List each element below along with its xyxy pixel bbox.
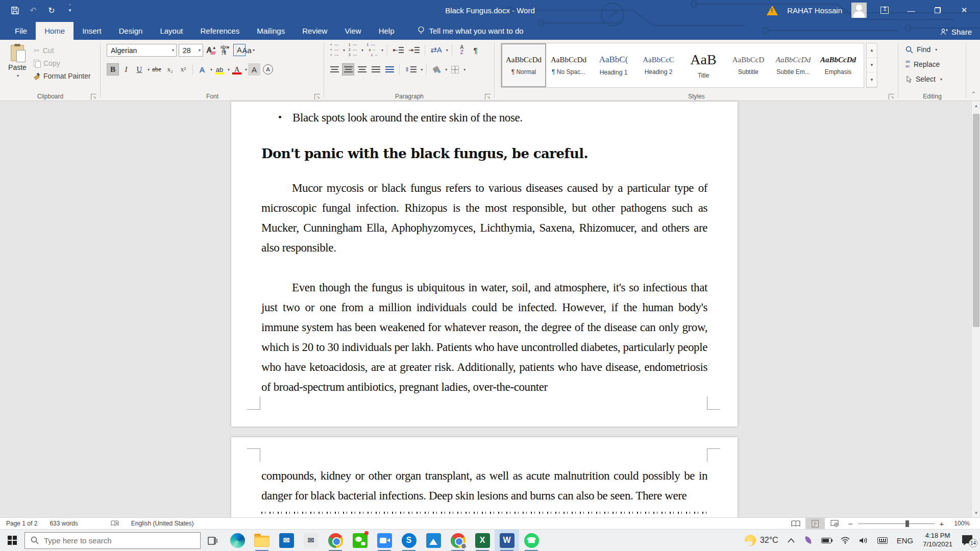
clock[interactable]: 4:18 PM 7/10/2021 <box>918 532 958 549</box>
language-switcher[interactable]: ENG <box>892 530 918 551</box>
borders-dropdown-arrow[interactable]: ▾ <box>463 67 465 72</box>
highlight-dropdown-arrow[interactable]: ▾ <box>228 67 230 72</box>
style-heading-2[interactable]: AaBbCcCHeading 2 <box>636 43 681 87</box>
shading-button[interactable] <box>430 63 443 76</box>
line-spacing-button[interactable]: ⇕ <box>403 63 418 76</box>
increase-indent-button[interactable]: ⇥ <box>407 44 421 56</box>
numbering-dropdown-arrow[interactable]: ▾ <box>361 48 363 53</box>
italic-button[interactable]: I <box>120 63 132 76</box>
find-dropdown-arrow[interactable]: ▾ <box>935 47 937 52</box>
tab-layout[interactable]: Layout <box>151 22 191 40</box>
subscript-button[interactable]: x₂ <box>164 63 176 76</box>
user-name[interactable]: RAHAT Hossain <box>787 6 842 15</box>
print-layout-button[interactable] <box>805 518 825 529</box>
tab-home[interactable]: Home <box>36 22 74 40</box>
volume-tray-icon[interactable] <box>854 530 873 551</box>
battery-tray-icon[interactable] <box>817 530 836 551</box>
style-emphasis[interactable]: AaBbCcDdEmphasis <box>816 43 861 87</box>
word-count[interactable]: 633 words <box>43 520 84 527</box>
restore-button[interactable] <box>929 0 946 20</box>
text-effects-dropdown-arrow[interactable]: ▾ <box>210 67 212 72</box>
find-button[interactable]: Find ▾ <box>905 44 942 55</box>
close-button[interactable]: ✕ <box>955 0 973 20</box>
character-border-button[interactable]: A <box>233 44 246 56</box>
tab-review[interactable]: Review <box>293 22 336 40</box>
share-button[interactable]: Share <box>940 28 972 36</box>
read-mode-button[interactable] <box>786 518 805 529</box>
enclose-characters-button[interactable]: A <box>261 63 275 76</box>
font-dialog-launcher-icon[interactable]: ↘ <box>314 94 320 99</box>
tab-file[interactable]: File <box>6 22 36 40</box>
bullets-dropdown-arrow[interactable]: ▾ <box>343 48 345 53</box>
superscript-button[interactable]: x² <box>177 63 189 76</box>
paragraph-dialog-launcher-icon[interactable]: ↘ <box>485 94 491 99</box>
tab-help[interactable]: Help <box>370 22 403 40</box>
web-layout-button[interactable] <box>825 518 844 529</box>
clear-formatting-button[interactable]: A <box>203 44 215 56</box>
borders-button[interactable] <box>449 63 461 76</box>
collapse-ribbon-icon[interactable]: ⌃ <box>971 91 976 97</box>
styles-dialog-launcher-icon[interactable]: ↘ <box>889 94 894 99</box>
scrollbar-thumb[interactable] <box>973 114 979 327</box>
asian-layout-dropdown-arrow[interactable]: ▾ <box>446 48 448 53</box>
styles-scroll-down-icon[interactable]: ▼ <box>867 58 877 73</box>
text-highlight-button[interactable]: ab <box>213 63 226 76</box>
touch-keyboard-tray-icon[interactable] <box>873 530 892 551</box>
justify-button[interactable] <box>370 63 382 76</box>
zoom-slider-handle[interactable] <box>905 520 909 527</box>
underline-button[interactable]: U <box>133 63 145 76</box>
strikethrough-button[interactable]: abe <box>151 63 163 76</box>
bold-button[interactable]: B <box>107 63 119 76</box>
start-button[interactable] <box>0 530 24 551</box>
zoom-level[interactable]: 100% <box>948 520 976 527</box>
font-color-button[interactable]: A <box>231 63 243 76</box>
taskbar-app-chrome-profile[interactable] <box>446 530 470 551</box>
text-effects-button[interactable]: A <box>196 63 208 76</box>
tab-references[interactable]: References <box>191 22 248 40</box>
distribute-button[interactable] <box>383 63 396 76</box>
style-no-spac[interactable]: AaBbCcDd¶ No Spac... <box>546 43 591 87</box>
tell-me-box[interactable]: Tell me what you want to do <box>418 26 524 40</box>
multilevel-list-button[interactable]: 1 —— a — i — <box>365 44 379 56</box>
taskbar-app-google-chrome[interactable] <box>323 530 348 551</box>
user-avatar[interactable] <box>851 3 867 18</box>
vertical-scrollbar[interactable]: ▲ ▼ <box>971 102 980 517</box>
align-center-button[interactable] <box>342 63 354 76</box>
paste-button[interactable]: Paste ▾ <box>4 43 31 90</box>
styles-scroll-up-icon[interactable]: ▲ <box>867 43 877 58</box>
show-formatting-marks-button[interactable]: ¶ <box>470 44 482 56</box>
ribbon-display-options-icon[interactable] <box>876 0 893 20</box>
copy-button[interactable]: Copy <box>34 58 91 69</box>
multilevel-dropdown-arrow[interactable]: ▾ <box>381 48 383 53</box>
font-size-combo[interactable]: 28▾ <box>179 44 203 57</box>
phonetic-guide-button[interactable]: abc A <box>218 44 230 56</box>
zoom-out-icon[interactable]: − <box>848 519 853 528</box>
style-normal[interactable]: AaBbCcDd¶ Normal <box>501 43 546 87</box>
select-dropdown-arrow[interactable]: ▾ <box>940 77 942 82</box>
asian-layout-button[interactable]: ⇄A <box>429 44 444 56</box>
paste-dropdown-arrow[interactable]: ▾ <box>17 73 19 78</box>
pen-tray-icon[interactable] <box>799 530 817 551</box>
scroll-down-arrow-icon[interactable]: ▼ <box>972 509 980 517</box>
style-subtitle[interactable]: AaBbCcDSubtitle <box>726 43 771 87</box>
style-title[interactable]: AaBTitle <box>681 43 726 87</box>
align-left-button[interactable] <box>328 63 340 76</box>
show-hidden-icons-chevron[interactable] <box>783 530 799 551</box>
proofing-status[interactable] <box>105 520 125 527</box>
character-shading-button[interactable]: A <box>248 63 260 76</box>
document-page-1[interactable]: • Black spots look around the entire ski… <box>231 102 738 427</box>
taskbar-app-skype[interactable]: S <box>397 530 421 551</box>
wifi-tray-icon[interactable] <box>836 530 854 551</box>
page-indicator[interactable]: Page 1 of 2 <box>0 520 43 527</box>
sort-button[interactable]: AZ <box>456 44 468 56</box>
zoom-slider[interactable]: − + <box>848 519 944 528</box>
taskbar-app-microsoft-edge[interactable] <box>225 530 250 551</box>
format-painter-button[interactable]: Format Painter <box>34 70 91 82</box>
warning-icon[interactable] <box>767 6 778 15</box>
taskbar-app-word[interactable]: W <box>495 530 519 551</box>
action-center-button[interactable]: 14 <box>958 530 980 551</box>
taskbar-app-excel[interactable]: X <box>470 530 495 551</box>
taskbar-app-video-call[interactable] <box>372 530 397 551</box>
numbering-button[interactable]: 1 —— 2 —— 3 —— <box>347 44 359 56</box>
weather-widget[interactable]: 32°C <box>740 530 783 551</box>
